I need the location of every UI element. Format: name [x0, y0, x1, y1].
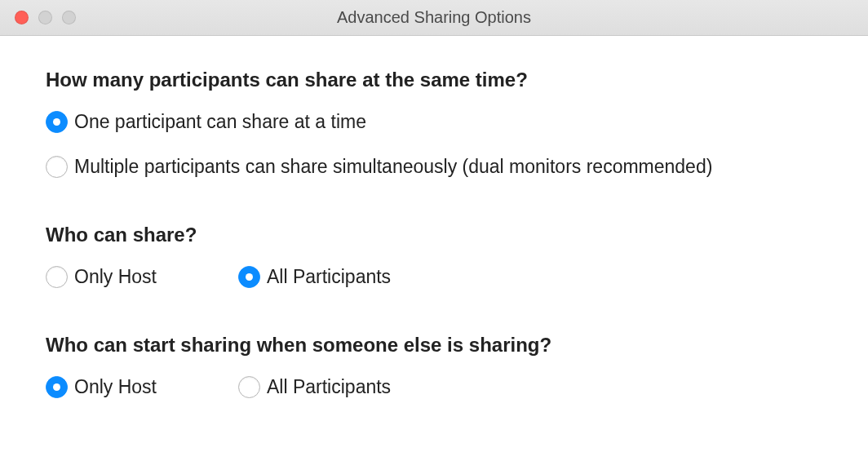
options-how-many: One participant can share at a time Mult… [46, 111, 822, 178]
radio-all-participants-start[interactable] [238, 376, 260, 398]
traffic-lights [0, 11, 76, 24]
section-who-can-share: Who can share? Only Host All Participant… [46, 224, 822, 288]
option-label: All Participants [267, 266, 391, 288]
option-all-participants-start[interactable]: All Participants [238, 376, 391, 398]
option-multiple-participants[interactable]: Multiple participants can share simultan… [46, 156, 822, 178]
titlebar: Advanced Sharing Options [0, 0, 868, 36]
minimize-button[interactable] [38, 11, 52, 24]
radio-only-host-share[interactable] [46, 266, 68, 288]
close-button[interactable] [15, 11, 29, 24]
option-one-participant[interactable]: One participant can share at a time [46, 111, 822, 133]
radio-all-participants-share[interactable] [238, 266, 260, 288]
section-how-many: How many participants can share at the s… [46, 69, 822, 178]
option-all-participants-share[interactable]: All Participants [238, 266, 391, 288]
radio-one-participant[interactable] [46, 111, 68, 133]
option-label: Multiple participants can share simultan… [74, 156, 712, 178]
question-who-can-start: Who can start sharing when someone else … [46, 334, 822, 357]
question-how-many: How many participants can share at the s… [46, 69, 822, 91]
section-who-can-start: Who can start sharing when someone else … [46, 334, 822, 398]
radio-multiple-participants[interactable] [46, 156, 68, 178]
option-label: One participant can share at a time [74, 111, 366, 133]
option-label: Only Host [74, 266, 157, 288]
window: Advanced Sharing Options How many partic… [0, 0, 868, 452]
option-only-host-share[interactable]: Only Host [46, 266, 157, 288]
window-title: Advanced Sharing Options [0, 8, 868, 27]
option-label: Only Host [74, 376, 157, 398]
options-who-can-share: Only Host All Participants [46, 266, 822, 288]
question-who-can-share: Who can share? [46, 224, 822, 246]
content: How many participants can share at the s… [0, 36, 868, 452]
options-who-can-start: Only Host All Participants [46, 376, 822, 398]
maximize-button[interactable] [62, 11, 76, 24]
option-only-host-start[interactable]: Only Host [46, 376, 157, 398]
option-label: All Participants [267, 376, 391, 398]
radio-only-host-start[interactable] [46, 376, 68, 398]
